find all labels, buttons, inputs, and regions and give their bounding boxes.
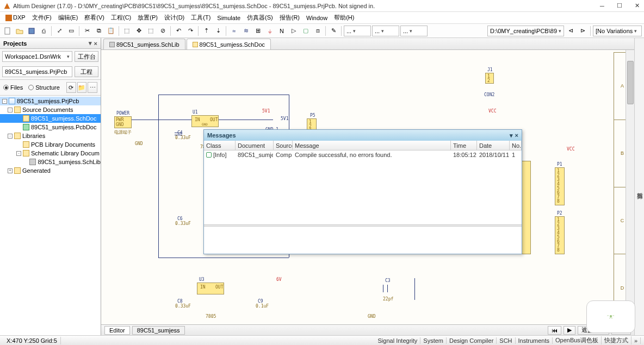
menu-project[interactable]: 工程(C) — [108, 12, 134, 23]
place-wire-icon[interactable]: ≈ — [228, 26, 239, 36]
print-icon[interactable]: ⎙ — [38, 26, 49, 36]
hierarchy-down-icon[interactable]: ⇣ — [213, 26, 224, 36]
place-part-icon[interactable]: ⊞ — [252, 26, 263, 36]
workspace-field[interactable]: Workspace1.DsnWrk▾ — [2, 51, 72, 62]
document-tab[interactable]: 89C51_sumjess.SchLib — [103, 39, 185, 49]
col-date[interactable]: Date — [477, 141, 510, 150]
expand-icon[interactable]: - — [2, 99, 7, 104]
status-sch[interactable]: SCH — [497, 337, 515, 344]
new-icon[interactable] — [2, 26, 13, 36]
status-signal-integrity[interactable]: Signal Integrity — [375, 337, 421, 344]
nav-fwd-icon[interactable]: ⊳ — [577, 26, 588, 36]
place-bus-icon[interactable]: ≋ — [240, 26, 251, 36]
maximize-button[interactable]: ☐ — [616, 2, 623, 10]
structure-radio[interactable]: Structure — [28, 84, 60, 91]
tree-node[interactable]: 89C51_sumjess.PcbDoc — [0, 123, 101, 131]
status-design-compiler[interactable]: Design Compiler — [447, 337, 497, 344]
editor-tab[interactable]: Editor — [104, 326, 130, 335]
status-more-icon[interactable]: » — [631, 337, 641, 344]
col-time[interactable]: Time — [451, 141, 477, 150]
status-shortcuts[interactable]: 快捷方式 — [602, 336, 631, 344]
hierarchy-up-icon[interactable]: ⇡ — [201, 26, 212, 36]
panel-close-icon[interactable]: × — [94, 40, 97, 47]
open-folder-icon[interactable]: 📁 — [77, 82, 87, 93]
filter-combo-2[interactable]: ...▾ — [372, 26, 399, 36]
project-field[interactable]: 89C51_sumjess.PrjPcb — [2, 66, 72, 77]
menu-simulator[interactable]: 仿真器(S) — [244, 12, 276, 23]
paste-icon[interactable]: 📋 — [106, 26, 116, 36]
messages-title[interactable]: Messages ▾ × — [204, 130, 522, 141]
files-radio[interactable]: Files — [3, 84, 23, 91]
project-button[interactable]: 工程 — [75, 66, 98, 77]
menu-place[interactable]: 放置(P) — [134, 12, 161, 23]
tree-node[interactable]: -Source Documents — [0, 105, 101, 114]
expand-icon[interactable]: - — [8, 134, 13, 139]
options-icon[interactable]: ⋯ — [88, 82, 97, 93]
filter-combo-3[interactable]: ...▾ — [400, 26, 428, 36]
nav-back-icon[interactable]: ⊲ — [565, 26, 576, 36]
status-openbus[interactable]: OpenBus调色板 — [553, 336, 602, 344]
redo-icon[interactable]: ↷ — [185, 26, 196, 36]
col-source[interactable]: Source — [274, 141, 293, 150]
expand-icon[interactable]: - — [8, 108, 13, 112]
nav-first-icon[interactable]: ⏮ — [548, 326, 561, 335]
message-row[interactable]: [Info] 89C51_sumjess... Compil Compile s… — [204, 150, 522, 159]
place-port-icon[interactable]: ▷ — [288, 26, 299, 36]
close-button[interactable]: ✕ — [633, 2, 641, 10]
menu-report[interactable]: 报告(R) — [276, 12, 303, 23]
open-icon[interactable] — [14, 26, 25, 36]
deselect-icon[interactable]: ⬚ — [145, 26, 156, 36]
messages-menu-icon[interactable]: ▾ — [510, 132, 513, 139]
filter-combo-1[interactable]: ...▾ — [344, 26, 371, 36]
col-message[interactable]: Message — [293, 141, 451, 150]
zoom-fit-icon[interactable]: ⤢ — [54, 26, 65, 36]
col-no[interactable]: No. — [510, 141, 522, 150]
menu-window[interactable]: Window — [303, 14, 331, 22]
save-icon[interactable] — [26, 26, 37, 36]
menu-edit[interactable]: 编辑(E) — [55, 12, 82, 23]
canvas-scrollbar[interactable] — [626, 50, 634, 324]
clear-icon[interactable]: ⊘ — [157, 26, 168, 36]
status-instruments[interactable]: Instruments — [516, 337, 553, 344]
undo-icon[interactable]: ↶ — [173, 26, 184, 36]
zoom-area-icon[interactable]: ▭ — [66, 26, 77, 36]
doc-name-tab[interactable]: 89C51_sumjess — [132, 326, 185, 335]
workspace-button[interactable]: 工作台 — [75, 51, 98, 62]
projects-tree[interactable]: -89C51_sumjess.PrjPcb-Source Documents89… — [0, 96, 101, 335]
tree-node[interactable]: 89C51_sumjess.SchLib — [0, 158, 101, 166]
menu-dxp[interactable]: DXP — [2, 13, 29, 22]
menu-design[interactable]: 设计(D) — [161, 12, 188, 23]
path-combo[interactable]: D:\0MY_creating\PCB\89▾ — [487, 26, 564, 36]
variations-combo[interactable]: [No Variations▾ — [593, 26, 642, 36]
menu-file[interactable]: 文件(F) — [29, 12, 55, 23]
expand-icon[interactable]: + — [8, 168, 13, 173]
menu-help[interactable]: 帮助(H) — [331, 12, 357, 23]
document-tab[interactable]: 89C51_sumjess.SchDoc — [187, 39, 271, 49]
copy-icon[interactable]: ⧉ — [94, 26, 104, 36]
tree-node[interactable]: -Schematic Library Docum — [0, 149, 101, 158]
messages-panel[interactable]: Messages ▾ × Class Document Source Messa… — [203, 129, 522, 254]
tree-node[interactable]: -89C51_sumjess.PrjPcb — [0, 97, 101, 105]
status-system[interactable]: System — [420, 337, 447, 344]
tree-node[interactable]: -Libraries — [0, 131, 101, 140]
select-icon[interactable]: ⬚ — [121, 26, 132, 36]
nav-next-icon[interactable]: ▶ — [564, 326, 575, 335]
menu-tools[interactable]: 工具(T) — [188, 12, 214, 23]
tree-node[interactable]: 89C51_sumjess.SchDoc — [0, 114, 101, 123]
place-power-icon[interactable]: ⏚ — [264, 26, 275, 36]
col-class[interactable]: Class — [204, 141, 236, 150]
menu-simulate[interactable]: Simulate — [214, 14, 244, 22]
place-harness-icon[interactable]: ⧈ — [312, 26, 323, 36]
cut-icon[interactable]: ✂ — [82, 26, 92, 36]
tree-node[interactable]: PCB Library Documents — [0, 140, 101, 149]
place-sheet-icon[interactable]: ▢ — [300, 26, 311, 36]
place-net-icon[interactable]: N — [276, 26, 287, 36]
cross-probe-icon[interactable]: ✎ — [328, 26, 339, 36]
refresh-icon[interactable]: ⟳ — [66, 82, 76, 93]
menu-view[interactable]: 察看(V) — [81, 12, 108, 23]
col-document[interactable]: Document — [236, 141, 274, 150]
expand-icon[interactable]: - — [16, 151, 21, 156]
tree-node[interactable]: +Generated — [0, 166, 101, 175]
move-icon[interactable]: ✥ — [133, 26, 144, 36]
messages-close-icon[interactable]: × — [515, 132, 518, 139]
